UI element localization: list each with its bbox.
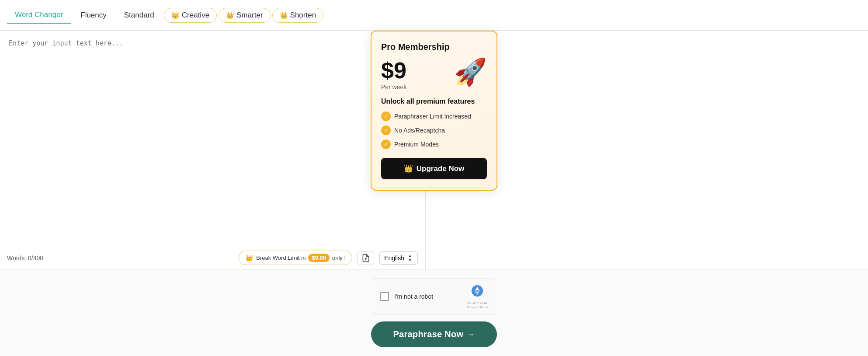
pro-membership-card: Pro Membership $9 Per week 🚀 Unlock all …	[371, 31, 497, 191]
recaptcha-brand: reCAPTCHA	[467, 301, 487, 305]
upgrade-now-label: Upgrade Now	[417, 164, 465, 173]
check-icon-3: ✓	[381, 140, 391, 149]
feature-item-3: ✓ Premium Modes	[381, 140, 487, 149]
break-limit-suffix: only !	[332, 255, 346, 261]
tab-shorten[interactable]: 👑 Shorten	[272, 8, 324, 23]
sort-icon	[407, 254, 413, 262]
tab-standard[interactable]: Standard	[116, 7, 162, 23]
recaptcha-links: Privacy - Terms	[467, 306, 488, 309]
captcha-label: I'm not a robot	[394, 293, 462, 300]
crown-icon-limit: 👑	[245, 254, 253, 262]
tabs-row: Word Changer Fluency Standard 👑 Creative…	[0, 0, 868, 31]
upgrade-now-button[interactable]: 👑 Upgrade Now	[381, 158, 487, 179]
recaptcha-logo-icon	[471, 284, 484, 300]
check-icon-2: ✓	[381, 126, 391, 135]
break-word-limit-button[interactable]: 👑 Break Word Limit in $9.00 only !	[239, 251, 352, 265]
crown-icon-upgrade: 👑	[404, 164, 413, 173]
rocket-icon: 🚀	[454, 59, 487, 85]
check-icon-1: ✓	[381, 112, 391, 121]
paraphrase-now-button[interactable]: Paraphrase Now →	[371, 321, 496, 347]
pro-unlock-title: Unlock all premium features	[381, 98, 487, 105]
pro-price-info: $9 Per week	[381, 59, 406, 91]
limit-price-badge: $9.00	[308, 254, 330, 262]
feature-item-1: ✓ Paraphraser Limit Increased	[381, 112, 487, 121]
tab-smarter[interactable]: 👑 Smarter	[219, 8, 270, 23]
pro-price-row: $9 Per week 🚀	[381, 59, 487, 91]
main-container: Word Changer Fluency Standard 👑 Creative…	[0, 0, 868, 356]
tab-creative[interactable]: 👑 Creative	[164, 8, 217, 23]
language-selector[interactable]: English	[379, 251, 418, 265]
input-footer: Words: 0/400 👑 Break Word Limit in $9.00…	[0, 246, 425, 269]
pro-per-week: Per week	[381, 84, 406, 91]
feature-label-3: Premium Modes	[394, 141, 439, 148]
crown-icon-shorten: 👑	[280, 11, 288, 19]
break-limit-prefix: Break Word Limit in	[256, 255, 306, 261]
text-input[interactable]	[0, 31, 425, 246]
feature-label-1: Paraphraser Limit Increased	[394, 113, 471, 120]
word-count: Words: 0/400	[7, 255, 43, 262]
pro-features-list: ✓ Paraphraser Limit Increased ✓ No Ads/R…	[381, 112, 487, 149]
feature-label-2: No Ads/Recaptcha	[394, 127, 445, 134]
panels-row: Words: 0/400 👑 Break Word Limit in $9.00…	[0, 31, 868, 269]
captcha-checkbox[interactable]	[380, 292, 389, 301]
recaptcha-icon	[471, 284, 484, 297]
captcha-container[interactable]: I'm not a robot reCAPTCHA Privacy - Term…	[373, 279, 495, 314]
pro-card-title: Pro Membership	[381, 42, 487, 52]
captcha-logo-area: reCAPTCHA Privacy - Terms	[467, 284, 488, 309]
bottom-section: I'm not a robot reCAPTCHA Privacy - Term…	[0, 269, 868, 356]
input-panel: Words: 0/400 👑 Break Word Limit in $9.00…	[0, 31, 425, 269]
feature-item-2: ✓ No Ads/Recaptcha	[381, 126, 487, 135]
language-label: English	[384, 255, 404, 262]
tab-word-changer[interactable]: Word Changer	[7, 7, 71, 24]
tab-fluency[interactable]: Fluency	[73, 7, 115, 23]
upload-file-button[interactable]	[358, 251, 374, 265]
crown-icon-smarter: 👑	[226, 11, 234, 19]
crown-icon-creative: 👑	[171, 11, 180, 19]
pro-price: $9	[381, 59, 406, 82]
upload-icon	[361, 254, 370, 262]
